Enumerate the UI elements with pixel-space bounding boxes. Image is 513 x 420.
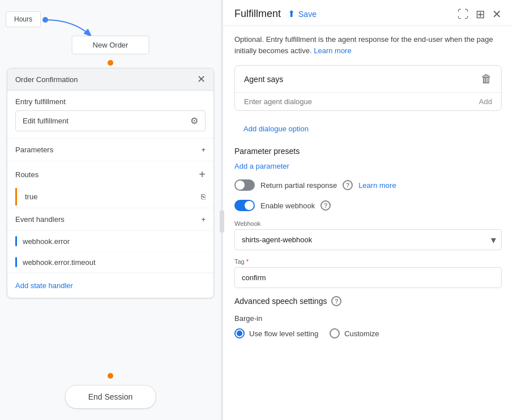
panel-close-button[interactable]: ✕ — [197, 74, 206, 84]
right-content: Optional. Entry fulfillment is the agent… — [223, 26, 513, 346]
agent-says-header: Agent says 🗑 — [235, 66, 501, 93]
barge-in-customize-option[interactable]: Customize — [330, 328, 379, 338]
entry-fulfillment-label: Entry fulfillment — [15, 97, 206, 106]
add-event-handler-icon[interactable]: + — [201, 215, 206, 224]
save-button[interactable]: ⬆ Save — [288, 8, 317, 19]
canvas-area — [0, 0, 221, 68]
panel-title: Order Confirmation — [15, 75, 78, 84]
webhook-form-group: Webhook shirts-agent-webhook ▾ — [234, 220, 502, 250]
route-item[interactable]: true ⎘ — [15, 188, 213, 205]
routes-section: Routes + true ⎘ — [7, 161, 213, 208]
add-param-label: Add a parameter — [234, 162, 289, 170]
return-partial-toggle[interactable] — [234, 179, 255, 191]
advanced-speech-help-icon[interactable]: ? — [331, 296, 341, 306]
event-handlers-header[interactable]: Event handlers + — [7, 208, 213, 231]
save-label: Save — [298, 10, 317, 19]
parameters-row[interactable]: Parameters + — [7, 139, 213, 161]
enable-webhook-toggle[interactable] — [234, 200, 255, 211]
routes-header[interactable]: Routes + — [7, 161, 213, 188]
add-state-handler-button[interactable]: Add state handler — [7, 273, 81, 298]
advanced-speech-header: Advanced speech settings ? — [234, 296, 502, 306]
route-item-label: true — [25, 192, 37, 201]
learn-more-link-1[interactable]: Learn more — [314, 46, 351, 55]
tag-form-group: Tag * — [234, 258, 502, 288]
agent-dialogue-input[interactable] — [244, 97, 474, 106]
return-partial-label: Return partial response — [260, 181, 337, 190]
description-body: Optional. Entry fulfillment is the agent… — [234, 35, 493, 55]
agent-says-card: Agent says 🗑 Add — [234, 65, 502, 111]
event-item-0[interactable]: webhook.error — [7, 231, 213, 252]
add-parameter-button[interactable]: Add a parameter — [234, 162, 289, 170]
new-order-node[interactable]: New Order — [72, 36, 149, 54]
order-confirmation-panel: Order Confirmation ✕ Entry fulfillment E… — [7, 68, 214, 298]
add-state-handler-label: Add state handler — [15, 281, 73, 290]
route-copy-icon: ⎘ — [201, 192, 206, 201]
close-icon[interactable]: ✕ — [492, 8, 502, 20]
tag-input[interactable] — [234, 267, 502, 288]
barge-in-customize-label: Customize — [344, 329, 379, 338]
grid-icon[interactable]: ⊞ — [476, 8, 485, 20]
event-handlers-section: Event handlers + webhook.error webhook.e… — [7, 208, 213, 273]
event-item-label-1: webhook.error.timeout — [23, 258, 96, 267]
panel-header: Order Confirmation ✕ — [7, 68, 213, 91]
add-parameter-icon[interactable]: + — [201, 145, 206, 154]
header-left: Fulfillment ⬆ Save — [234, 8, 317, 20]
agent-says-title: Agent says — [244, 75, 283, 84]
barge-in-flow-radio-outer — [234, 328, 245, 338]
barge-in-radio-group: Use flow level setting Customize — [234, 328, 502, 338]
tag-required-indicator: * — [246, 258, 249, 265]
event-item-label-0: webhook.error — [23, 237, 70, 246]
left-panel: Hours New Order Order Confirmation ✕ Ent… — [0, 0, 221, 420]
return-partial-learn-more[interactable]: Learn more — [358, 181, 396, 190]
event-item-1[interactable]: webhook.error.timeout — [7, 252, 213, 273]
connector-dot-top — [108, 60, 113, 66]
save-icon: ⬆ — [288, 8, 295, 19]
parameter-presets-title: Parameter presets — [234, 147, 502, 156]
barge-in-label: Barge-in — [234, 314, 502, 323]
return-partial-help-icon[interactable]: ? — [343, 180, 353, 190]
routes-label: Routes — [15, 170, 39, 179]
end-session-connector-dot — [108, 373, 113, 379]
panel-body: Entry fulfillment Edit fulfillment ⚙ Par… — [7, 91, 213, 298]
tag-label-text: Tag — [234, 258, 245, 265]
tag-label: Tag * — [234, 258, 502, 265]
entry-fulfillment-section: Entry fulfillment Edit fulfillment ⚙ — [7, 91, 213, 139]
right-header: Fulfillment ⬆ Save ⛶ ⊞ ✕ — [223, 0, 513, 26]
barge-in-flow-label: Use flow level setting — [249, 329, 318, 338]
svg-point-0 — [42, 17, 48, 23]
edit-fulfillment-button[interactable]: Edit fulfillment ⚙ — [15, 110, 206, 131]
barge-in-customize-radio-outer — [330, 328, 340, 338]
fulfillment-icon: ⚙ — [190, 115, 198, 126]
end-session-node[interactable]: End Session — [65, 385, 156, 409]
enable-webhook-row: Enable webhook ? — [234, 200, 502, 211]
panel-divider — [221, 0, 223, 420]
edit-fulfillment-text: Edit fulfillment — [23, 117, 69, 125]
toggle-thumb — [236, 181, 245, 190]
learn-more-label-1: Learn more — [314, 46, 351, 55]
add-route-icon[interactable]: + — [199, 168, 206, 181]
event-handlers-label: Event handlers — [15, 215, 65, 224]
webhook-help-icon[interactable]: ? — [320, 200, 331, 211]
end-session-label: End Session — [88, 392, 133, 401]
fulfillment-title: Fulfillment — [234, 8, 281, 20]
webhook-select-wrapper: shirts-agent-webhook ▾ — [234, 229, 502, 250]
new-order-label: New Order — [93, 41, 129, 49]
return-partial-learn-more-label: Learn more — [358, 181, 396, 190]
hours-label: Hours — [14, 15, 32, 23]
return-partial-row: Return partial response ? Learn more — [234, 179, 502, 191]
add-dialogue-option-button[interactable]: Add dialogue option — [234, 120, 318, 138]
resize-handle[interactable] — [220, 210, 224, 233]
right-panel: Fulfillment ⬆ Save ⛶ ⊞ ✕ Optional. Entry… — [223, 0, 513, 420]
delete-agent-says-icon[interactable]: 🗑 — [481, 72, 492, 85]
hours-node: Hours — [6, 11, 41, 27]
parameters-label: Parameters — [15, 145, 53, 154]
webhook-select[interactable]: shirts-agent-webhook — [234, 229, 502, 250]
expand-icon[interactable]: ⛶ — [458, 8, 469, 20]
webhook-toggle-thumb — [245, 201, 254, 210]
advanced-speech-title: Advanced speech settings — [234, 297, 327, 306]
add-text-button[interactable]: Add — [479, 97, 492, 106]
barge-in-flow-level-option[interactable]: Use flow level setting — [234, 328, 318, 338]
event-bar-0 — [15, 236, 17, 246]
header-actions: ⛶ ⊞ ✕ — [458, 8, 502, 20]
agent-input-row: Add — [235, 93, 501, 110]
